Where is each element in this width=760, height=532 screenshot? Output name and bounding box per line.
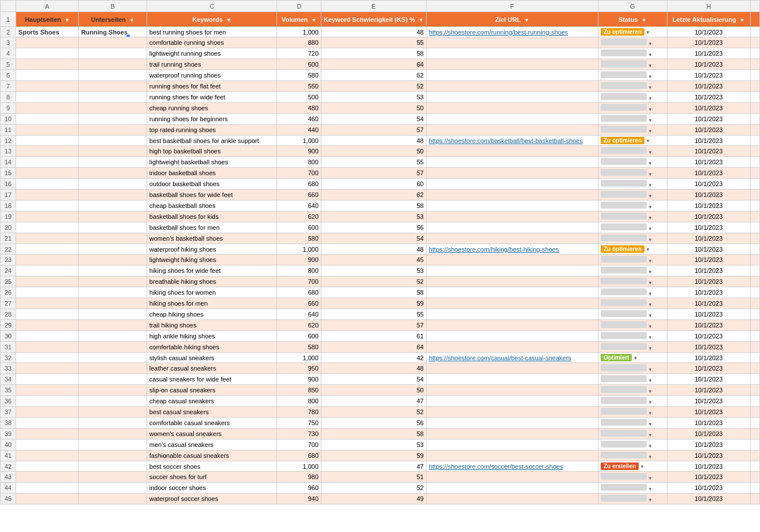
filter-arrow-g[interactable]: ▼ xyxy=(642,17,647,23)
cell-unterseiten[interactable] xyxy=(79,276,147,287)
cell-hauptseiten[interactable] xyxy=(16,59,79,70)
cell-hauptseiten[interactable] xyxy=(16,287,79,298)
status-dropdown-arrow[interactable]: ▼ xyxy=(648,335,652,340)
cell-hauptseiten[interactable] xyxy=(16,309,79,320)
cell-hauptseiten[interactable] xyxy=(16,461,79,472)
cell-unterseiten[interactable] xyxy=(79,342,147,353)
cell-status[interactable]: ▼ xyxy=(598,222,667,233)
cell-ziel-url[interactable] xyxy=(426,81,598,92)
cell-keyword[interactable]: waterproof soccer shoes xyxy=(147,494,277,504)
filter-arrow-d[interactable]: ▼ xyxy=(312,17,317,23)
cell-keyword[interactable]: best soccer shoes xyxy=(147,461,277,472)
cell-keyword[interactable]: men's casual sneakers xyxy=(147,440,277,450)
status-dropdown-arrow[interactable]: ▼ xyxy=(648,487,652,492)
status-dropdown-arrow[interactable]: ▼ xyxy=(648,454,652,460)
status-dropdown-arrow[interactable]: ▼ xyxy=(648,172,652,177)
cell-ziel-url[interactable] xyxy=(426,70,598,81)
cell-keyword[interactable]: lightweight running shoes xyxy=(147,48,277,59)
cell-keyword[interactable]: best casual sneakers xyxy=(147,407,277,418)
cell-hauptseiten[interactable] xyxy=(16,92,79,103)
cell-hauptseiten[interactable] xyxy=(16,407,79,418)
cell-ziel-url[interactable] xyxy=(426,37,598,48)
cell-status[interactable]: Zu optimieren ▼ xyxy=(598,244,667,255)
header-ziel-url[interactable]: Ziel URL ▼ xyxy=(426,12,598,27)
status-dropdown-arrow[interactable]: ▼ xyxy=(646,247,650,252)
cell-hauptseiten[interactable] xyxy=(16,70,79,81)
filter-arrow-b[interactable]: ▼ xyxy=(129,17,135,23)
cell-hauptseiten[interactable] xyxy=(16,298,79,309)
cell-status[interactable]: ▼ xyxy=(598,440,667,450)
url-link[interactable]: https://shoestore.com/soccer/best-soccer… xyxy=(429,463,563,470)
cell-status[interactable]: ▼ xyxy=(598,429,667,440)
cell-status[interactable]: ▼ xyxy=(598,407,667,418)
status-dropdown-arrow[interactable]: ▼ xyxy=(648,313,652,318)
cell-status[interactable]: ▼ xyxy=(598,179,667,190)
status-dropdown-arrow[interactable]: ▼ xyxy=(648,302,652,307)
header-letzte-aktualisierung[interactable]: Letzte Aktualisierung ▼ xyxy=(667,12,750,27)
cell-unterseiten[interactable] xyxy=(79,59,147,70)
cell-unterseiten[interactable] xyxy=(79,320,147,331)
status-dropdown-arrow[interactable]: ▼ xyxy=(648,411,652,416)
status-dropdown-arrow[interactable]: ▼ xyxy=(648,346,652,351)
filter-arrow-a[interactable]: ▼ xyxy=(64,17,70,23)
cell-keyword[interactable]: hiking shoes for wide feet xyxy=(147,265,277,276)
cell-ziel-url[interactable] xyxy=(426,265,598,276)
cell-keyword[interactable]: fashionable casual sneakers xyxy=(147,450,277,461)
cell-keyword[interactable]: basketball shoes for men xyxy=(147,222,277,233)
cell-ziel-url[interactable] xyxy=(426,222,598,233)
status-dropdown-arrow[interactable]: ▼ xyxy=(648,444,652,449)
cell-hauptseiten[interactable] xyxy=(16,48,79,59)
status-dropdown-arrow[interactable]: ▼ xyxy=(648,96,652,101)
cell-unterseiten[interactable] xyxy=(79,92,147,103)
status-dropdown-arrow[interactable]: ▼ xyxy=(648,476,652,481)
cell-ziel-url[interactable] xyxy=(426,342,598,353)
cell-status[interactable]: ▼ xyxy=(598,494,667,504)
status-dropdown-arrow[interactable]: ▼ xyxy=(648,498,652,503)
cell-unterseiten[interactable] xyxy=(79,461,147,472)
status-dropdown-arrow[interactable]: ▼ xyxy=(648,259,652,264)
url-link[interactable]: https://shoestore.com/hiking/best-hiking… xyxy=(429,246,559,253)
cell-status[interactable]: ▼ xyxy=(598,157,667,168)
cell-ziel-url[interactable] xyxy=(426,211,598,222)
cell-ziel-url[interactable] xyxy=(426,320,598,331)
cell-keyword[interactable]: lightweight basketball shoes xyxy=(147,157,277,168)
cell-ziel-url[interactable] xyxy=(426,440,598,450)
cell-ziel-url[interactable] xyxy=(426,201,598,211)
cell-hauptseiten[interactable] xyxy=(16,363,79,374)
cell-hauptseiten[interactable] xyxy=(16,396,79,407)
cell-unterseiten[interactable] xyxy=(79,396,147,407)
cell-unterseiten[interactable] xyxy=(79,125,147,136)
cell-unterseiten[interactable] xyxy=(79,168,147,179)
cell-hauptseiten[interactable] xyxy=(16,385,79,396)
cell-unterseiten[interactable] xyxy=(79,483,147,494)
cell-keyword[interactable]: outdoor basketball shoes xyxy=(147,179,277,190)
cell-ziel-url[interactable] xyxy=(426,374,598,385)
cell-keyword[interactable]: comfortable casual sneakers xyxy=(147,418,277,429)
cell-status[interactable]: ▼ xyxy=(598,70,667,81)
cell-keyword[interactable]: running shoes for flat feet xyxy=(147,81,277,92)
cell-unterseiten[interactable] xyxy=(79,146,147,157)
status-dropdown-arrow[interactable]: ▼ xyxy=(648,226,652,232)
cell-status[interactable]: Optimiert ▼ xyxy=(598,353,667,363)
cell-unterseiten[interactable] xyxy=(79,201,147,211)
cell-hauptseiten[interactable] xyxy=(16,168,79,179)
cell-status[interactable]: ▼ xyxy=(598,276,667,287)
cell-ziel-url[interactable] xyxy=(426,418,598,429)
cell-ziel-url[interactable] xyxy=(426,190,598,201)
cell-ziel-url[interactable] xyxy=(426,168,598,179)
cell-hauptseiten[interactable] xyxy=(16,320,79,331)
cell-ziel-url[interactable] xyxy=(426,396,598,407)
cell-unterseiten[interactable] xyxy=(79,103,147,114)
cell-hauptseiten[interactable] xyxy=(16,146,79,157)
filter-arrow-h[interactable]: ▼ xyxy=(740,17,745,23)
cell-keyword[interactable]: soccer shoes for turf xyxy=(147,472,277,483)
cell-status[interactable]: ▼ xyxy=(598,265,667,276)
cell-status[interactable]: ▼ xyxy=(598,59,667,70)
cell-hauptseiten[interactable] xyxy=(16,450,79,461)
cell-ziel-url[interactable] xyxy=(426,103,598,114)
status-dropdown-arrow[interactable]: ▼ xyxy=(648,63,652,68)
cell-status[interactable]: ▼ xyxy=(598,81,667,92)
cell-unterseiten[interactable] xyxy=(79,179,147,190)
cell-unterseiten[interactable] xyxy=(79,374,147,385)
cell-unterseiten[interactable]: Running Shoes xyxy=(79,27,147,37)
